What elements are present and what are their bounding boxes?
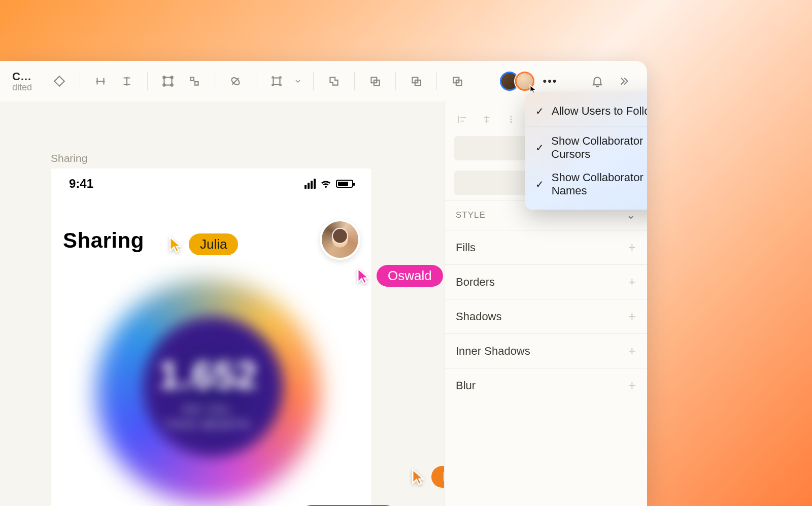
svg-point-13 [510, 116, 512, 117]
align-distribute-horizontal-icon[interactable] [89, 70, 112, 92]
canvas[interactable]: Sharing 9:41 Sharing 1.652 KG CO₂ THIS M… [0, 102, 444, 506]
status-time: 9:41 [69, 177, 93, 191]
gradient-blob: 1.652 KG CO₂ THIS MONTH [81, 265, 335, 506]
battery-icon [336, 180, 353, 188]
collaborator-cursor: Oswald [355, 265, 443, 287]
separator [215, 72, 215, 90]
align-distribute-vertical-icon[interactable] [116, 70, 138, 92]
plus-icon[interactable]: + [628, 378, 636, 393]
menu-item-allow-follow[interactable]: ✓Allow Users to Follow You [525, 99, 647, 123]
svg-rect-6 [274, 78, 280, 85]
svg-point-14 [510, 118, 512, 120]
signal-icon [304, 179, 316, 189]
align-left-icon[interactable] [454, 111, 471, 128]
style-row-inner-shadows[interactable]: Inner Shadows+ [445, 333, 647, 368]
collaboration-menu: ✓Allow Users to Follow You ✓Show Collabo… [525, 92, 647, 210]
collaborator-cursor: Julia [167, 233, 238, 255]
boolean-difference-icon[interactable] [446, 70, 468, 92]
separator [395, 72, 396, 90]
artboard[interactable]: 9:41 Sharing 1.652 KG CO₂ THIS MONTH [51, 168, 371, 506]
shape-icon[interactable] [48, 70, 71, 92]
document-title-block: C… dited [12, 70, 32, 93]
separator [354, 72, 355, 90]
style-row-borders[interactable]: Borders+ [445, 264, 647, 299]
bell-icon[interactable] [586, 70, 608, 92]
leaf-icon[interactable] [224, 70, 247, 92]
style-row-fills[interactable]: Fills+ [445, 230, 647, 264]
selection-bounds-icon[interactable] [265, 70, 288, 92]
menu-separator [525, 126, 647, 126]
plus-icon[interactable]: + [628, 343, 636, 359]
style-row-blur[interactable]: Blur+ [445, 368, 647, 402]
bounding-box-icon[interactable] [157, 70, 179, 92]
plus-icon[interactable]: + [628, 309, 636, 324]
plus-icon[interactable]: + [628, 274, 636, 290]
wifi-icon [320, 179, 332, 189]
collaborator-name: Oswald [377, 265, 443, 287]
more-vertical-icon[interactable] [502, 111, 520, 128]
separator [80, 72, 80, 90]
path-nodes-icon[interactable] [183, 70, 206, 92]
document-title: C… [12, 70, 32, 83]
check-icon: ✓ [535, 142, 545, 154]
check-icon: ✓ [535, 105, 546, 117]
artboard-title: Sharing [63, 228, 144, 253]
boolean-union-icon[interactable] [323, 70, 345, 92]
separator [436, 72, 437, 90]
document-subtitle: dited [12, 82, 32, 93]
profile-avatar [320, 219, 360, 260]
menu-item-show-cursors[interactable]: ✓Show Collaborator Cursors [525, 129, 647, 166]
more-icon[interactable]: ••• [540, 72, 560, 91]
app-window: C… dited ••• Shari [0, 61, 647, 506]
plus-icon[interactable]: + [628, 240, 636, 255]
check-icon: ✓ [535, 178, 546, 190]
separator [147, 72, 148, 90]
collaborator-name: Julia [189, 233, 238, 255]
boolean-intersect-icon[interactable] [405, 70, 427, 92]
menu-item-show-names[interactable]: ✓Show Collaborator Names [525, 166, 647, 203]
style-row-shadows[interactable]: Shadows+ [445, 299, 647, 333]
chevrons-right-icon[interactable] [613, 70, 635, 92]
svg-point-15 [510, 121, 512, 123]
separator [313, 72, 314, 90]
layer-label: Sharing [51, 152, 87, 164]
chevron-down-icon: ⌄ [626, 209, 636, 222]
align-center-icon[interactable] [478, 111, 495, 128]
chevron-down-icon[interactable] [292, 70, 304, 92]
separator [256, 72, 256, 90]
boolean-subtract-icon[interactable] [364, 70, 386, 92]
mobile-status-bar: 9:41 [51, 177, 371, 191]
